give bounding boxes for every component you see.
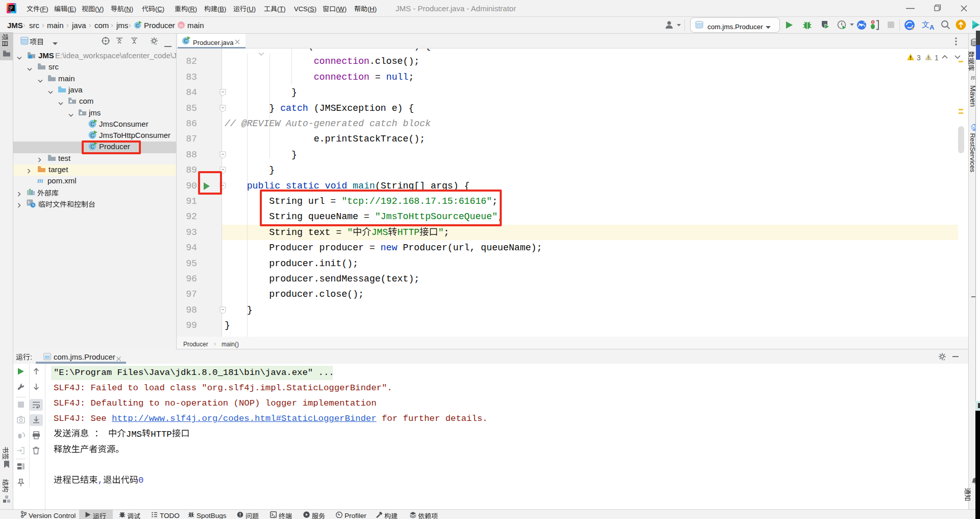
svg-text:1: 1 <box>935 54 939 62</box>
svg-text:m: m <box>179 23 183 28</box>
svg-text:C: C <box>184 38 187 44</box>
svg-text:文: 文 <box>922 20 929 29</box>
svg-text:m: m <box>37 176 43 184</box>
svg-text:3: 3 <box>917 54 921 62</box>
svg-text:A: A <box>929 23 935 31</box>
